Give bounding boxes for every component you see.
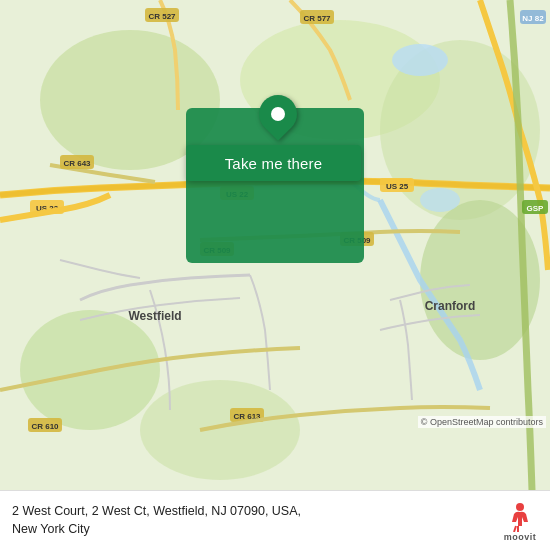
svg-text:Westfield: Westfield — [128, 309, 181, 323]
map-attribution: © OpenStreetMap contributors — [418, 416, 546, 428]
svg-text:US 25: US 25 — [386, 182, 409, 191]
footer: 2 West Court, 2 West Ct, Westfield, NJ 0… — [0, 490, 550, 550]
svg-text:Cranford: Cranford — [425, 299, 476, 313]
location-pin — [259, 95, 297, 133]
pin-inner-dot — [271, 107, 285, 121]
button-label: Take me there — [225, 155, 323, 172]
address-text: 2 West Court, 2 West Ct, Westfield, NJ 0… — [12, 503, 492, 538]
svg-text:CR 610: CR 610 — [31, 422, 59, 431]
map-container: US 22 US 22 US 25 NJ 82 CR 527 CR 577 CR… — [0, 0, 550, 490]
svg-text:CR 643: CR 643 — [63, 159, 91, 168]
address-line2: New York City — [12, 522, 90, 536]
svg-point-8 — [420, 188, 460, 212]
address-line1: 2 West Court, 2 West Ct, Westfield, NJ 0… — [12, 504, 301, 518]
svg-point-6 — [140, 380, 300, 480]
svg-text:NJ 82: NJ 82 — [522, 14, 544, 23]
take-me-there-button[interactable]: Take me there — [186, 145, 361, 181]
svg-text:CR 527: CR 527 — [148, 12, 176, 21]
moovit-logo: moovit — [502, 500, 538, 542]
svg-point-36 — [516, 503, 524, 511]
svg-point-7 — [392, 44, 448, 76]
footer-content: 2 West Court, 2 West Ct, Westfield, NJ 0… — [12, 503, 492, 538]
moovit-icon — [502, 500, 538, 532]
moovit-text: moovit — [504, 532, 537, 542]
svg-text:CR 577: CR 577 — [303, 14, 331, 23]
pin-marker — [251, 87, 305, 141]
svg-text:GSP: GSP — [527, 204, 545, 213]
